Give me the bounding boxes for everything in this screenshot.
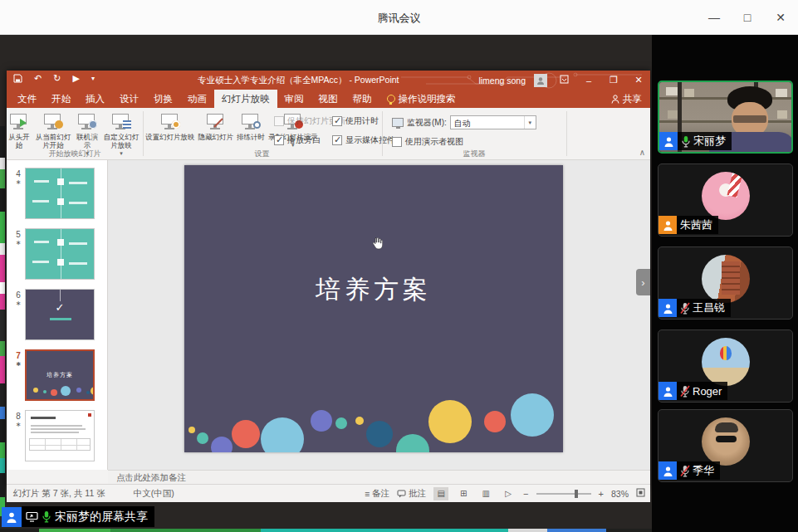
zoom-level[interactable]: 83%: [611, 489, 629, 499]
next-slide-chevron[interactable]: ›: [636, 269, 650, 295]
participant-tile-2[interactable]: 朱茜茜: [658, 164, 793, 237]
ribbon-button[interactable]: 隐藏幻灯片: [197, 111, 236, 141]
tab-9[interactable]: 视图: [311, 90, 345, 108]
participant-tile-3[interactable]: 王昌锐: [658, 246, 793, 320]
tab-4[interactable]: 设计: [112, 90, 146, 108]
notes-toggle[interactable]: ≡备注: [365, 488, 389, 500]
share-banner-text: 宋丽梦的屏幕共享: [55, 510, 148, 525]
ribbon-button-label: 设置幻灯片放映: [145, 133, 195, 141]
tab-6[interactable]: 动画: [180, 90, 214, 108]
tab-label: 开始: [51, 93, 71, 105]
slide-thumbnail-5[interactable]: [25, 228, 95, 280]
normal-view-icon[interactable]: ▤: [433, 487, 448, 500]
participant-namebar: 王昌锐: [658, 299, 731, 317]
tab-label: 设计: [120, 93, 139, 105]
ppt-close-icon[interactable]: ✕: [630, 75, 647, 85]
checkbox-icon[interactable]: [274, 135, 284, 145]
checkbox-icon[interactable]: [392, 137, 402, 147]
avatar: [702, 417, 750, 466]
save-icon[interactable]: [13, 74, 22, 83]
slide-thumbnail-7[interactable]: 培养方案: [25, 349, 95, 401]
notes-area[interactable]: 点击此处添加备注: [108, 470, 650, 484]
tab-10[interactable]: 帮助: [345, 90, 379, 108]
redo-icon[interactable]: ↻: [53, 73, 61, 84]
animation-star-icon: ∗: [12, 421, 25, 428]
thumbnail-mark: [88, 413, 91, 417]
ribbon-button-label: 自定义幻灯片放映: [101, 133, 141, 149]
monitor-icon: [392, 118, 404, 127]
language-indicator[interactable]: 中文(中国): [134, 488, 174, 500]
member-badge-icon: [658, 299, 677, 317]
slide-canvas[interactable]: 培养方案 ›: [108, 160, 650, 470]
slide-thumbnail-8[interactable]: [25, 410, 95, 461]
participant-nametag: Roger: [677, 382, 727, 400]
tab-8[interactable]: 审阅: [277, 90, 311, 108]
ribbon-button[interactable]: 排练计时: [235, 111, 267, 141]
user-avatar[interactable]: [534, 74, 547, 87]
collapse-ribbon-icon[interactable]: ∧: [639, 148, 645, 157]
slide-sorter-icon[interactable]: ⊞: [456, 487, 471, 500]
tab-label: 文件: [17, 93, 37, 105]
slide-thumbnail-panel: 4∗5∗6∗✓7∗培养方案8∗: [7, 160, 108, 470]
slide-counter: 幻灯片 第 7 张, 共 11 张: [13, 488, 105, 500]
tab-3[interactable]: 插入: [78, 90, 112, 108]
slide-circle: [232, 420, 260, 448]
current-slide[interactable]: 培养方案: [184, 165, 563, 452]
tab-1[interactable]: 文件: [10, 90, 44, 108]
custom-show-icon: [110, 113, 132, 131]
start-slideshow-icon[interactable]: ▶: [72, 73, 79, 84]
tencent-meeting-window: 腾讯会议 — □ ✕ ↶ ↻: [0, 0, 798, 532]
thumbnail-row: 5∗: [12, 228, 107, 280]
slide-thumbnail-4[interactable]: [25, 168, 95, 219]
slide-circle: [261, 417, 304, 452]
ppt-restore-icon[interactable]: ❐: [605, 75, 622, 85]
zoom-in-icon[interactable]: +: [599, 489, 604, 499]
tab-7[interactable]: 幻灯片放映: [214, 90, 277, 108]
tab-label: 切换: [154, 93, 173, 105]
ribbon-button[interactable]: 从当前幻灯片开始: [32, 111, 75, 149]
zoom-slider[interactable]: [536, 493, 591, 495]
sharer-badge-icon: [2, 507, 22, 527]
ppt-statusbar: 幻灯片 第 7 张, 共 11 张 中文(中国) ≡备注 批注 ▤ ⊞ ▥ ▷ …: [7, 484, 650, 502]
book-block: [777, 110, 787, 119]
hide-slide-icon: [205, 113, 227, 131]
monitor-dropdown[interactable]: 自动 ▾: [450, 115, 536, 129]
zoom-out-icon[interactable]: −: [523, 489, 528, 499]
thumbnail-table: [29, 438, 91, 451]
participant-nametag: 王昌锐: [677, 299, 731, 317]
comments-toggle[interactable]: 批注: [397, 488, 426, 500]
slide-thumbnail-6[interactable]: ✓: [25, 289, 95, 340]
person-icon: [663, 220, 673, 231]
ribbon-button[interactable]: 设置幻灯片放映: [144, 111, 197, 141]
slideshow-view-icon[interactable]: ▷: [501, 487, 516, 500]
desktop-bottom-strip: [0, 529, 652, 532]
ppt-username: limeng song: [478, 76, 526, 85]
tab-5[interactable]: 切换: [146, 90, 180, 108]
qat-dropdown-icon[interactable]: ▾: [91, 75, 95, 82]
monitor-value: 自动: [451, 116, 524, 129]
checkbox-icon[interactable]: [332, 135, 342, 145]
fit-to-window-icon[interactable]: [636, 488, 645, 499]
monitors-group: 监视器(M): 自动 ▾ 使用演示者视图 监视器: [382, 108, 566, 160]
slide-circle: [188, 427, 195, 433]
maximize-icon[interactable]: □: [737, 7, 758, 28]
close-icon[interactable]: ✕: [770, 7, 791, 28]
participant-tile-1[interactable]: 宋丽梦: [658, 81, 793, 154]
person-icon: [663, 466, 673, 476]
tab-2[interactable]: 开始: [44, 90, 78, 108]
ribbon-button[interactable]: 从头开始: [7, 111, 32, 149]
checkbox-row[interactable]: 使用演示者视图: [392, 136, 463, 148]
participant-tile-5[interactable]: 季华: [658, 409, 793, 482]
participant-tile-4[interactable]: Roger: [658, 329, 793, 403]
ribbon-display-icon[interactable]: [556, 75, 572, 85]
ppt-minimize-icon[interactable]: –: [580, 76, 597, 85]
chevron-down-icon: ▾: [524, 116, 536, 129]
share-button[interactable]: 共享: [611, 90, 642, 108]
tab-11[interactable]: 操作说明搜索: [379, 90, 463, 108]
undo-icon[interactable]: ↶: [34, 73, 42, 84]
zoom-slider-thumb[interactable]: [575, 490, 578, 498]
minimize-icon[interactable]: —: [703, 7, 725, 28]
checkbox-icon[interactable]: [332, 116, 342, 126]
reading-view-icon[interactable]: ▥: [478, 487, 493, 500]
checkbox-icon[interactable]: [274, 116, 284, 126]
